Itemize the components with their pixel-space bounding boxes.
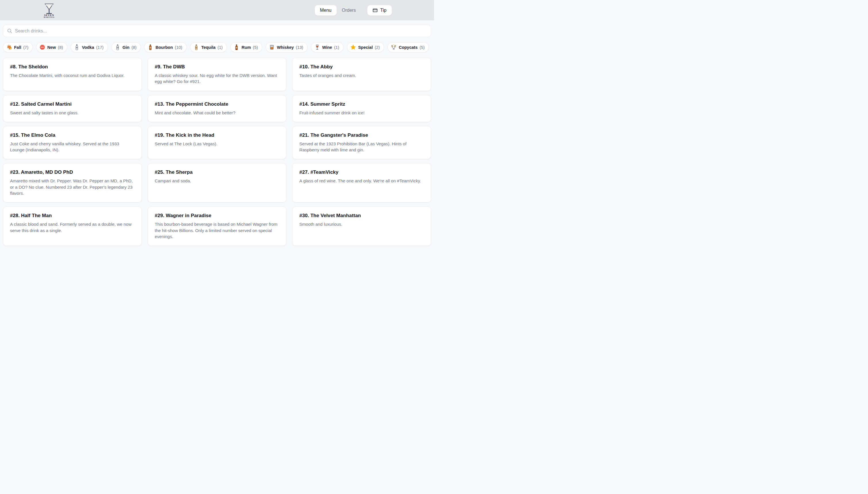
drink-card[interactable]: #28. Half The Man A classic blood and sa… <box>3 207 142 246</box>
drink-card[interactable]: #21. The Gangster's Paradise Served at t… <box>292 126 431 159</box>
filter-chip-new[interactable]: New (8) <box>36 42 67 52</box>
orders-tab[interactable]: Orders <box>336 5 361 16</box>
drink-card[interactable]: #29. Wagner in Paradise This bourbon-bas… <box>148 207 287 246</box>
drink-description: Campari and soda. <box>155 178 279 184</box>
search-input[interactable] <box>15 28 427 34</box>
rum-bottle-icon <box>233 44 239 50</box>
filter-chip-count: (5) <box>420 45 425 50</box>
drink-description: A glass of red wine. The one and only. W… <box>299 178 424 184</box>
filter-chip-count: (5) <box>253 45 258 50</box>
seven-martinis-logo[interactable] <box>42 0 56 20</box>
drink-card[interactable]: #10. The Abby Tastes of oranges and crea… <box>292 58 431 91</box>
drink-description: This bourbon-based beverage is based on … <box>155 221 279 240</box>
filter-chip-wine[interactable]: Wine (1) <box>311 42 344 52</box>
filter-chip-fall[interactable]: Fall (7) <box>3 42 33 52</box>
filter-chip-count: (1) <box>334 45 339 50</box>
drink-title: #29. Wagner in Paradise <box>155 213 279 218</box>
drink-title: #19. The Kick in the Head <box>155 132 279 138</box>
drink-description: Tastes of oranges and cream. <box>299 72 424 78</box>
filter-chip-label: Gin <box>123 45 130 50</box>
bourbon-bottle-icon <box>147 44 153 50</box>
drink-description: Served at The Lock (Las Vegas). <box>155 141 279 147</box>
drink-card[interactable]: #15. The Elmo Cola Just Coke and cherry … <box>3 126 142 159</box>
wine-glass-icon <box>314 44 320 50</box>
header-container: Menu Orders Tip <box>33 0 401 20</box>
drink-title: #21. The Gangster's Paradise <box>299 132 424 138</box>
filter-chip-whiskey[interactable]: Whiskey (13) <box>266 42 308 52</box>
drink-title: #15. The Elmo Cola <box>10 132 135 138</box>
drink-title: #12. Salted Carmel Martini <box>10 101 135 107</box>
drink-title: #23. Amaretto, MD DO PhD <box>10 169 135 175</box>
filter-chip-label: Whiskey <box>277 45 294 50</box>
filter-chip-label: Special <box>358 45 373 50</box>
filter-chip-rum[interactable]: Rum (5) <box>230 42 262 52</box>
drink-card[interactable]: #14. Summer Spritz Fruit-infused summer … <box>292 95 431 122</box>
drink-title: #30. The Velvet Manhattan <box>299 213 424 218</box>
filter-chip-label: Rum <box>242 45 251 50</box>
tip-button-label: Tip <box>380 8 387 13</box>
drink-title: #28. Half The Man <box>10 213 135 218</box>
filter-chip-count: (8) <box>58 45 63 50</box>
tequila-bottle-icon <box>193 44 199 50</box>
drink-title: #25. The Sherpa <box>155 169 279 175</box>
tip-button[interactable]: Tip <box>367 5 392 16</box>
filter-chip-bourbon[interactable]: Bourbon (10) <box>144 42 187 52</box>
drink-description: A classic whiskey sour. No egg white for… <box>155 72 279 85</box>
drink-card-grid: #8. The Sheldon The Chocolate Martini, w… <box>3 58 431 247</box>
filter-chip-tequila[interactable]: Tequila (1) <box>190 42 227 52</box>
vodka-bottle-icon <box>74 44 80 50</box>
filter-chip-count: (8) <box>132 45 137 50</box>
filter-chip-count: (13) <box>296 45 303 50</box>
drink-description: Smooth and luxurious. <box>299 221 424 227</box>
drink-title: #9. The DWB <box>155 64 279 70</box>
new-badge-icon <box>39 44 45 50</box>
fall-leaf-icon <box>6 44 12 50</box>
filter-chip-label: New <box>47 45 56 50</box>
drink-description: Amaretto mixed with Dr. Pepper. Was Dr. … <box>10 178 135 196</box>
filter-chip-count: (1) <box>217 45 223 50</box>
drink-description: Mint and chocolate. What could be better… <box>155 110 279 116</box>
drink-card[interactable]: #13. The Peppermint Chocolate Mint and c… <box>148 95 287 122</box>
header-nav: Menu Orders Tip <box>315 5 392 16</box>
filter-chip-label: Fall <box>14 45 21 50</box>
drink-description: Sweet and salty tastes in one glass. <box>10 110 135 116</box>
martini-glass-logo-icon <box>42 3 56 19</box>
drink-description: Just Coke and cherry vanilla whiskey. Se… <box>10 141 135 153</box>
filter-chip-count: (7) <box>23 45 28 50</box>
drink-card[interactable]: #27. #TeamVicky A glass of red wine. The… <box>292 163 431 203</box>
search-icon <box>7 28 12 34</box>
drink-card[interactable]: #12. Salted Carmel Martini Sweet and sal… <box>3 95 142 122</box>
clinking-glasses-icon <box>391 44 397 50</box>
drink-card[interactable]: #30. The Velvet Manhattan Smooth and lux… <box>292 207 431 246</box>
filter-chip-count: (17) <box>96 45 104 50</box>
filter-chip-label: Bourbon <box>155 45 173 50</box>
search-bar <box>3 25 431 37</box>
filter-chip-label: Copycats <box>399 45 417 50</box>
drink-card[interactable]: #8. The Sheldon The Chocolate Martini, w… <box>3 58 142 91</box>
gin-bottle-icon <box>115 44 121 50</box>
drink-card[interactable]: #19. The Kick in the Head Served at The … <box>148 126 287 159</box>
filter-chip-row: Fall (7) New (8) Vodka (17) Gin (8) Bour… <box>3 42 431 52</box>
orders-tab-label: Orders <box>342 8 356 13</box>
whiskey-glass-icon <box>269 44 275 50</box>
star-icon <box>350 44 356 50</box>
drink-description: Served at the 1923 Prohibition Bar (Las … <box>299 141 424 153</box>
menu-tab[interactable]: Menu <box>315 5 336 16</box>
filter-chip-copycats[interactable]: Copycats (5) <box>387 42 429 52</box>
drink-description: A classic blood and sand. Formerly serve… <box>10 221 135 233</box>
drink-card[interactable]: #23. Amaretto, MD DO PhD Amaretto mixed … <box>3 163 142 203</box>
filter-chip-label: Tequila <box>201 45 216 50</box>
filter-chip-special[interactable]: Special (2) <box>347 42 384 52</box>
drink-title: #27. #TeamVicky <box>299 169 424 175</box>
filter-chip-count: (2) <box>375 45 380 50</box>
drink-description: Fruit-infused summer drink on ice! <box>299 110 424 116</box>
filter-chip-gin[interactable]: Gin (8) <box>112 42 141 52</box>
credit-card-icon <box>372 8 378 13</box>
app-header: Menu Orders Tip <box>0 0 434 20</box>
drink-title: #10. The Abby <box>299 64 424 70</box>
drink-title: #13. The Peppermint Chocolate <box>155 101 279 107</box>
filter-chip-vodka[interactable]: Vodka (17) <box>71 42 108 52</box>
drink-card[interactable]: #25. The Sherpa Campari and soda. <box>148 163 287 203</box>
filter-chip-label: Vodka <box>82 45 94 50</box>
drink-card[interactable]: #9. The DWB A classic whiskey sour. No e… <box>148 58 287 91</box>
